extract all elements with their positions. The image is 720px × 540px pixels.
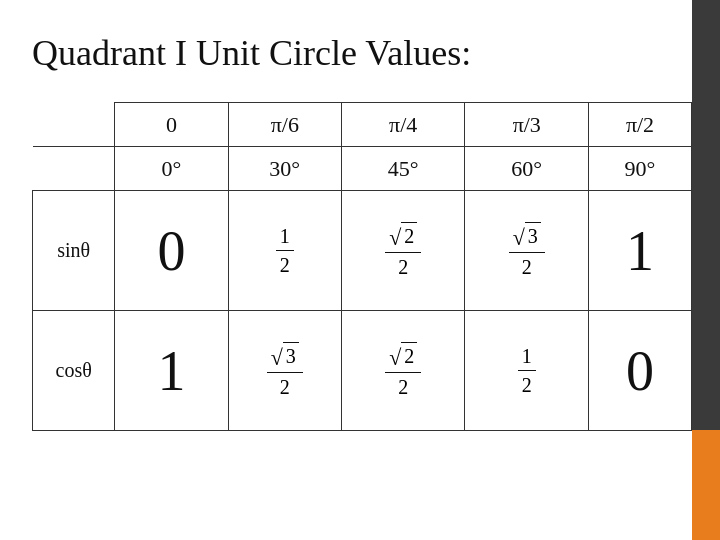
rad-0: 0: [115, 103, 228, 147]
sin-row: sinθ 0 1 2 √2: [33, 191, 692, 311]
cos-pi3: 1 2: [465, 311, 589, 431]
sin-pi6-fraction: 1 2: [276, 224, 294, 277]
sin-0-value: 0: [158, 220, 186, 282]
unit-circle-table: 0 π/6 π/4 π/3 π/2 0°: [32, 102, 692, 431]
cos-0-value: 1: [158, 340, 186, 402]
rad-pi6-text: π/6: [271, 112, 299, 137]
rad-pi3-text: π/3: [513, 112, 541, 137]
cos-pi4-numer: √2: [385, 342, 421, 373]
cos-pi3-fraction: 1 2: [518, 344, 536, 397]
sin-pi4-sqrt: √2: [389, 222, 417, 249]
deg-60-text: 60°: [511, 156, 542, 181]
sidebar-dark-bar: [692, 0, 720, 430]
sqrt-content-4: 2: [401, 342, 417, 369]
sin-pi2-value: 1: [626, 220, 654, 282]
cos-pi6-numer: √3: [267, 342, 303, 373]
deg-30: 30°: [228, 147, 341, 191]
sin-pi6-numer: 1: [276, 224, 294, 251]
deg-90-text: 90°: [625, 156, 656, 181]
sin-pi3-fraction: √3 2: [509, 222, 545, 279]
sin-pi3: √3 2: [465, 191, 589, 311]
page-content: Quadrant I Unit Circle Values: 0 π/6 π/4: [0, 0, 720, 463]
cos-pi6-fraction: √3 2: [267, 342, 303, 399]
sqrt-content-3: 3: [283, 342, 299, 369]
sin-pi4-fraction: √2 2: [385, 222, 421, 279]
sin-pi4: √2 2: [341, 191, 465, 311]
label-empty-rad: [33, 103, 115, 147]
cos-label: cosθ: [33, 311, 115, 431]
sin-pi3-sqrt: √3: [513, 222, 541, 249]
cos-pi6-denom: 2: [276, 373, 294, 399]
rad-0-text: 0: [166, 112, 177, 137]
cos-pi2-value: 0: [626, 340, 654, 402]
sin-pi3-numer: √3: [509, 222, 545, 253]
sin-pi4-numer: √2: [385, 222, 421, 253]
cos-pi6-sqrt: √3: [271, 342, 299, 369]
cos-pi4-sqrt: √2: [389, 342, 417, 369]
cos-pi3-denom: 2: [518, 371, 536, 397]
page-title: Quadrant I Unit Circle Values:: [32, 32, 672, 74]
sqrt-symbol-4: √: [389, 347, 401, 369]
rad-pi6: π/6: [228, 103, 341, 147]
cos-pi3-numer: 1: [518, 344, 536, 371]
deg-60: 60°: [465, 147, 589, 191]
sin-pi4-denom: 2: [394, 253, 412, 279]
cos-pi4: √2 2: [341, 311, 465, 431]
cos-label-text: cosθ: [56, 359, 92, 381]
rad-pi2-text: π/2: [626, 112, 654, 137]
cos-pi4-denom: 2: [394, 373, 412, 399]
deg-45: 45°: [341, 147, 465, 191]
rad-pi2: π/2: [589, 103, 692, 147]
rad-pi3: π/3: [465, 103, 589, 147]
sin-label-text: sinθ: [57, 239, 90, 261]
sin-pi6-denom: 2: [276, 251, 294, 277]
sqrt-symbol: √: [389, 227, 401, 249]
deg-45-text: 45°: [388, 156, 419, 181]
sidebar-orange-bar: [692, 430, 720, 540]
sin-pi6: 1 2: [228, 191, 341, 311]
cos-row: cosθ 1 √3 2: [33, 311, 692, 431]
sqrt-content: 2: [401, 222, 417, 249]
sin-pi3-denom: 2: [518, 253, 536, 279]
cos-pi6: √3 2: [228, 311, 341, 431]
deg-30-text: 30°: [269, 156, 300, 181]
sin-0: 0: [115, 191, 228, 311]
deg-0: 0°: [115, 147, 228, 191]
cos-pi4-fraction: √2 2: [385, 342, 421, 399]
sin-label: sinθ: [33, 191, 115, 311]
sqrt-content-2: 3: [525, 222, 541, 249]
sin-pi2: 1: [589, 191, 692, 311]
sqrt-symbol-3: √: [271, 347, 283, 369]
deg-90: 90°: [589, 147, 692, 191]
rad-pi4-text: π/4: [389, 112, 417, 137]
cos-pi2: 0: [589, 311, 692, 431]
label-empty-deg: [33, 147, 115, 191]
degrees-row: 0° 30° 45° 60° 90°: [33, 147, 692, 191]
sqrt-symbol-2: √: [513, 227, 525, 249]
deg-0-text: 0°: [162, 156, 182, 181]
radians-row: 0 π/6 π/4 π/3 π/2: [33, 103, 692, 147]
rad-pi4: π/4: [341, 103, 465, 147]
cos-0: 1: [115, 311, 228, 431]
